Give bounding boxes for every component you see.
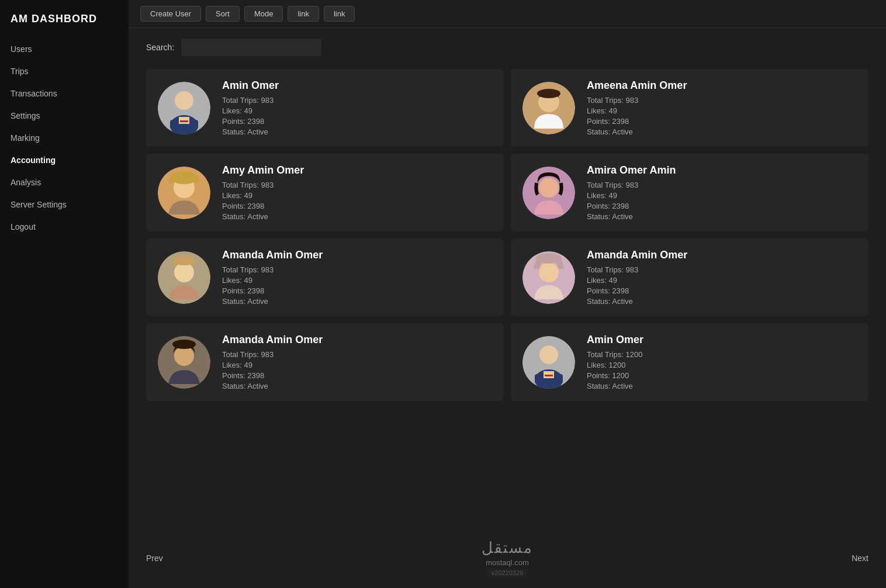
svg-rect-5 [180, 120, 188, 122]
user-name-2: Amy Amin Omer [222, 164, 304, 177]
sidebar-item-marking[interactable]: Marking [0, 127, 129, 149]
user-likes-6: Likes: 49 [222, 361, 323, 369]
sidebar-item-transactions[interactable]: Transactions [0, 82, 129, 105]
user-card-1[interactable]: Ameena Amin Omer Total Trips: 983 Likes:… [511, 69, 868, 147]
create-user-button[interactable]: Create User [140, 6, 201, 22]
user-trips-7: Total Trips: 1200 [587, 350, 643, 359]
user-points-1: Points: 2398 [587, 117, 687, 126]
user-likes-5: Likes: 49 [587, 276, 687, 285]
user-points-3: Points: 2398 [587, 202, 676, 210]
app-title: AM DASHBORD [0, 0, 129, 38]
user-points-0: Points: 2398 [222, 117, 279, 126]
next-button[interactable]: Next [852, 554, 868, 563]
svg-rect-28 [545, 375, 553, 376]
link2-button[interactable]: link [324, 6, 355, 22]
svg-point-21 [174, 346, 194, 366]
avatar-0 [158, 82, 210, 134]
footer: Prev مستقل mostaql.com v20220329 Next [129, 528, 886, 588]
user-info-7: Amin Omer Total Trips: 1200 Likes: 1200 … [587, 334, 643, 390]
svg-point-15 [174, 262, 194, 282]
svg-point-18 [539, 262, 559, 282]
search-area: Search: [129, 28, 886, 62]
user-trips-0: Total Trips: 983 [222, 96, 279, 105]
user-status-5: Status: Active [587, 297, 687, 306]
sort-button[interactable]: Sort [206, 6, 240, 22]
user-card-6[interactable]: Amanda Amin Omer Total Trips: 983 Likes:… [146, 323, 504, 401]
brand-name: مستقل [482, 539, 533, 557]
avatar-1 [522, 82, 575, 134]
user-likes-0: Likes: 49 [222, 106, 279, 115]
user-likes-2: Likes: 49 [222, 191, 304, 200]
user-status-6: Status: Active [222, 382, 323, 390]
version-badge: v20220329 [487, 568, 528, 577]
avatar-6 [158, 336, 210, 389]
user-likes-7: Likes: 1200 [587, 361, 643, 369]
user-info-5: Amanda Amin Omer Total Trips: 983 Likes:… [587, 249, 687, 306]
user-likes-3: Likes: 49 [587, 191, 676, 200]
user-trips-4: Total Trips: 983 [222, 265, 323, 274]
brand-domain: mostaql.com [486, 558, 529, 567]
user-info-4: Amanda Amin Omer Total Trips: 983 Likes:… [222, 249, 323, 306]
user-trips-1: Total Trips: 983 [587, 96, 687, 105]
user-trips-6: Total Trips: 983 [222, 350, 323, 359]
user-points-2: Points: 2398 [222, 202, 304, 210]
user-card-5[interactable]: Amanda Amin Omer Total Trips: 983 Likes:… [511, 238, 868, 316]
toolbar: Create User Sort Mode link link [129, 0, 886, 28]
avatar-3 [522, 167, 575, 219]
sidebar-item-accounting[interactable]: Accounting [0, 149, 129, 171]
svg-point-8 [537, 89, 560, 98]
search-label: Search: [146, 43, 174, 52]
svg-point-1 [175, 91, 193, 110]
user-likes-1: Likes: 49 [587, 106, 687, 115]
sidebar-item-trips[interactable]: Trips [0, 60, 129, 82]
user-card-7[interactable]: Amin Omer Total Trips: 1200 Likes: 1200 … [511, 323, 868, 401]
user-likes-4: Likes: 49 [222, 276, 323, 285]
main-content: Create User Sort Mode link link Search: [129, 0, 886, 588]
user-name-7: Amin Omer [587, 334, 643, 346]
mode-button[interactable]: Mode [244, 6, 283, 22]
user-name-4: Amanda Amin Omer [222, 249, 323, 261]
user-card-2[interactable]: Amy Amin Omer Total Trips: 983 Likes: 49… [146, 154, 504, 231]
user-info-0: Amin Omer Total Trips: 983 Likes: 49 Poi… [222, 79, 279, 136]
link1-button[interactable]: link [288, 6, 319, 22]
user-name-1: Ameena Amin Omer [587, 79, 687, 92]
user-info-3: Amira Omer Amin Total Trips: 983 Likes: … [587, 164, 676, 221]
svg-point-13 [539, 178, 559, 198]
avatar-7 [522, 336, 575, 389]
sidebar-item-logout[interactable]: Logout [0, 216, 129, 238]
user-name-6: Amanda Amin Omer [222, 334, 323, 346]
sidebar-item-users[interactable]: Users [0, 38, 129, 60]
search-input[interactable] [181, 39, 321, 56]
user-points-7: Points: 1200 [587, 371, 643, 380]
sidebar: AM DASHBORD Users Trips Transactions Set… [0, 0, 129, 588]
user-info-6: Amanda Amin Omer Total Trips: 983 Likes:… [222, 334, 323, 390]
cards-grid: Amin Omer Total Trips: 983 Likes: 49 Poi… [129, 62, 886, 408]
svg-point-19 [536, 253, 562, 264]
user-name-3: Amira Omer Amin [587, 164, 676, 177]
sidebar-item-server-settings[interactable]: Server Settings [0, 193, 129, 216]
avatar-4 [158, 251, 210, 304]
user-status-7: Status: Active [587, 382, 643, 390]
user-status-4: Status: Active [222, 297, 323, 306]
user-trips-2: Total Trips: 983 [222, 181, 304, 189]
user-status-2: Status: Active [222, 212, 304, 221]
user-trips-5: Total Trips: 983 [587, 265, 687, 274]
user-info-2: Amy Amin Omer Total Trips: 983 Likes: 49… [222, 164, 304, 221]
user-card-3[interactable]: Amira Omer Amin Total Trips: 983 Likes: … [511, 154, 868, 231]
user-name-0: Amin Omer [222, 79, 279, 92]
user-status-0: Status: Active [222, 127, 279, 136]
avatar-5 [522, 251, 575, 304]
sidebar-item-settings[interactable]: Settings [0, 105, 129, 127]
user-points-5: Points: 2398 [587, 286, 687, 295]
sidebar-item-analysis[interactable]: Analysis [0, 171, 129, 193]
user-status-3: Status: Active [587, 212, 676, 221]
user-points-6: Points: 2398 [222, 371, 323, 380]
user-card-4[interactable]: Amanda Amin Omer Total Trips: 983 Likes:… [146, 238, 504, 316]
user-card-0[interactable]: Amin Omer Total Trips: 983 Likes: 49 Poi… [146, 69, 504, 147]
prev-button[interactable]: Prev [146, 554, 163, 563]
svg-point-22 [172, 340, 196, 349]
avatar-2 [158, 167, 210, 219]
user-trips-3: Total Trips: 983 [587, 181, 676, 189]
user-status-1: Status: Active [587, 127, 687, 136]
user-info-1: Ameena Amin Omer Total Trips: 983 Likes:… [587, 79, 687, 136]
